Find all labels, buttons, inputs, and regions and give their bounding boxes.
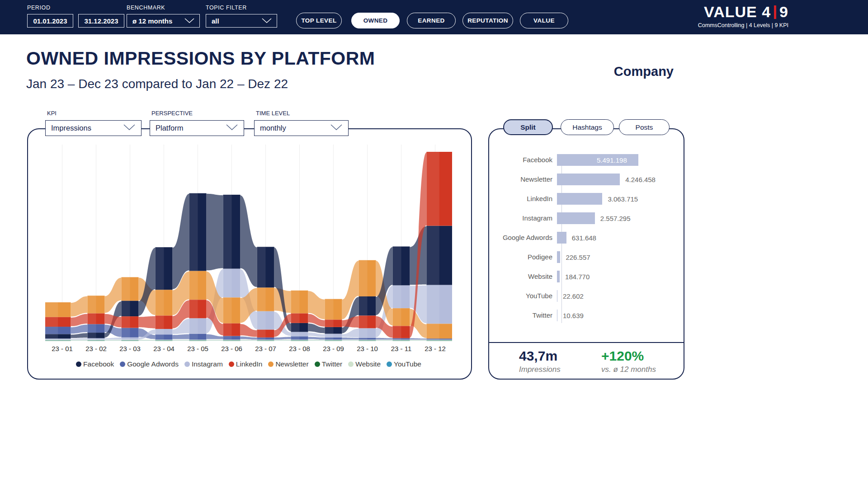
ribbon-chart[interactable] [45,144,452,342]
period-from-field[interactable]: 01.01.2023 [27,14,73,28]
platform-bar-value: 5.491.198 [597,156,638,164]
platform-bar-value: 10.639 [563,311,584,319]
legend-dot-icon [315,361,320,367]
platform-bar-fill [557,310,557,321]
tab-split[interactable]: Split [503,119,553,135]
logo-text-right: 9 [779,3,788,21]
x-axis-tick: 23 - 05 [181,345,215,352]
nav-pill-reputation[interactable]: REPUTATION [462,13,513,28]
chevron-down-icon [226,124,238,132]
legend-dot-icon [184,361,190,367]
platform-bar-value: 184.770 [565,272,590,280]
legend-item-instagram[interactable]: Instagram [184,360,223,368]
chevron-down-icon [123,124,136,132]
logo-divider [774,5,776,19]
platform-bar-value: 22.602 [563,292,584,300]
platform-bar-value: 2.557.295 [600,214,631,222]
legend-label: YouTube [394,360,421,368]
platform-bar-label: Newsletter [488,175,557,183]
nav-pill-owned[interactable]: OWNED [351,13,400,28]
topic-filter-select[interactable]: all [206,14,277,28]
chevron-down-icon [184,17,195,25]
delta-stat: +120% vs. ø 12 months [601,348,656,374]
legend-label: Website [355,360,381,368]
platform-bar-label: Google Adwords [488,234,557,241]
benchmark-select[interactable]: ø 12 months [127,14,200,28]
platform-bar-track: 22.602 [557,290,684,302]
platform-bar-fill [557,232,566,244]
time-level-select[interactable]: monthly [254,120,349,136]
delta-value: +120% [601,348,656,364]
legend-item-google-adwords[interactable]: Google Adwords [120,360,179,368]
legend-item-newsletter[interactable]: Newsletter [268,360,308,368]
x-axis-tick: 23 - 01 [45,345,79,352]
legend-item-linkedin[interactable]: LinkedIn [229,360,263,368]
platform-bar-track: 10.639 [557,310,684,321]
platform-bar-row[interactable]: Website184.770 [488,267,684,286]
page-title: OWNED IMPRESSIONS BY PLATFORM [26,48,375,69]
platform-bar-row[interactable]: LinkedIn3.063.715 [488,189,684,208]
perspective-value: Platform [156,124,183,132]
legend-item-youtube[interactable]: YouTube [387,360,421,368]
x-axis-tick: 23 - 04 [147,345,181,352]
app-logo: VALUE 4 9 CommsControlling | 4 Levels | … [698,3,788,28]
legend-label: Facebook [83,360,114,368]
chevron-down-icon [261,17,272,25]
platform-bar-label: LinkedIn [488,195,557,202]
platform-bar-label: Facebook [488,156,557,164]
time-level-value: monthly [260,124,286,132]
x-axis-tick: 23 - 12 [418,345,452,352]
x-axis-tick: 23 - 11 [384,345,418,352]
x-axis-tick: 23 - 09 [316,345,350,352]
platform-bar-label: Twitter [488,311,557,319]
x-axis-tick: 23 - 06 [215,345,249,352]
platform-bar-row[interactable]: Google Adwords631.648 [488,228,684,247]
x-axis-tick: 23 - 10 [350,345,384,352]
logo-tagline: CommsControlling | 4 Levels | 9 KPI [698,22,788,28]
legend-dot-icon [76,361,81,367]
logo-text-left: VALUE 4 [704,3,771,21]
legend-label: Newsletter [275,360,308,368]
legend-dot-icon [387,361,392,367]
platform-bar-row[interactable]: Facebook5.491.198 [488,150,684,169]
impressions-total-label: Impressions [519,365,561,374]
nav-pill-top-level[interactable]: TOP LEVEL [296,13,342,28]
delta-label: vs. ø 12 months [601,365,656,374]
kpi-select[interactable]: Impressions [45,120,142,136]
nav-pill-value[interactable]: VALUE [520,13,568,28]
impressions-total-stat: 43,7m Impressions [519,348,561,374]
legend-dot-icon [348,361,354,367]
legend-item-website[interactable]: Website [348,360,381,368]
platform-bar-fill [557,290,557,302]
platform-bar-value: 631.648 [572,234,596,241]
benchmark-value: ø 12 months [132,17,172,25]
legend-item-twitter[interactable]: Twitter [315,360,343,368]
perspective-select[interactable]: Platform [150,120,244,136]
platform-bar-fill [557,193,602,205]
tab-hashtags[interactable]: Hashtags [561,119,614,135]
platform-bar-track: 3.063.715 [557,193,684,205]
platform-bar-row[interactable]: Newsletter4.246.458 [488,169,684,189]
kpi-value: Impressions [51,124,91,132]
platform-bar-track: 5.491.198 [557,154,684,166]
platform-bar-label: Instagram [488,214,557,222]
chevron-down-icon [330,124,343,132]
platform-bar-row[interactable]: YouTube22.602 [488,286,684,305]
tab-posts[interactable]: Posts [619,119,670,135]
legend-label: Google Adwords [127,360,179,368]
platform-bar-label: Website [488,272,557,280]
perspective-label: PERSPECTIVE [150,110,194,117]
nav-pill-earned[interactable]: EARNED [407,13,456,28]
legend-item-facebook[interactable]: Facebook [76,360,114,368]
platform-bar-row[interactable]: Instagram2.557.295 [488,208,684,228]
period-to-field[interactable]: 31.12.2023 [78,14,124,28]
period-label: PERIOD [27,5,51,11]
platform-bar-row[interactable]: Twitter10.639 [488,305,684,325]
chart-legend: FacebookGoogle AdwordsInstagramLinkedInN… [45,360,452,368]
kpi-label: KPI [45,110,58,117]
platform-bar-track: 2.557.295 [557,212,684,224]
platform-bar-value: 3.063.715 [608,195,638,202]
platform-bar-row[interactable]: Podigee226.557 [488,247,684,267]
platform-bar-fill [557,271,560,282]
topic-filter-value: all [212,17,219,25]
